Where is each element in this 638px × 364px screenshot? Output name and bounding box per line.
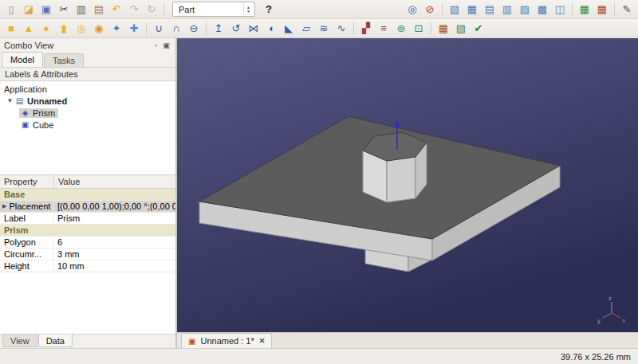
texture-view-button[interactable]: ▦ <box>576 2 593 18</box>
scene-wrap: z x y <box>177 38 638 332</box>
part-section-button[interactable]: ▞ <box>357 21 375 37</box>
zoom-fit-button[interactable]: ◎ <box>404 2 421 18</box>
float-panel-button[interactable]: ▫ <box>151 40 161 50</box>
view-bottom-button[interactable]: ▩ <box>534 2 551 18</box>
part-revolve-button[interactable]: ↺ <box>227 21 245 37</box>
refresh-button[interactable]: ↻ <box>143 2 160 18</box>
part-thickness-button[interactable]: ⊡ <box>410 21 427 37</box>
expand-arrow-icon[interactable]: ▼ <box>6 97 14 104</box>
draw-style-button[interactable]: ⊘ <box>421 2 439 18</box>
part-mirror-button[interactable]: ⋈ <box>245 21 262 37</box>
tree-item-cube[interactable]: ▣ Cube <box>0 119 175 131</box>
tree-document-unnamed[interactable]: ▼ ▤ Unnamed <box>0 95 175 107</box>
undo-button[interactable]: ↶ <box>108 2 125 18</box>
close-panel-button[interactable]: ▣ <box>161 40 171 50</box>
status-bar: 39.76 x 25.26 mm <box>0 348 638 364</box>
part-offset-button[interactable]: ⊚ <box>392 21 410 37</box>
property-name-cell[interactable]: ▶Placement <box>0 201 54 212</box>
part-primitives-button[interactable]: ✦ <box>108 21 125 37</box>
toolbar-standard: ▯◪▣✂▥▤↶↷↻ Part ▲▼ ? ◎⊘▧▦▤▥▨▩◫▦▦✎ <box>0 0 638 19</box>
whats-this-button[interactable]: ? <box>260 2 278 18</box>
expand-arrow-icon[interactable]: ▶ <box>2 203 6 209</box>
property-value-cell[interactable]: [(0,00 0,00 1,00);0,00 °;(0,00 0,00 ....… <box>54 201 175 212</box>
open-document-button[interactable]: ◪ <box>20 2 37 18</box>
property-value-cell[interactable]: 10 mm <box>54 260 175 272</box>
clipping-plane-button[interactable]: ▦ <box>593 2 611 18</box>
property-group-base[interactable]: Base <box>0 189 175 201</box>
view-front-button[interactable]: ▦ <box>463 2 481 18</box>
workbench-selector[interactable]: Part ▲▼ <box>172 2 255 17</box>
part-torus-button[interactable]: ◎ <box>73 21 90 37</box>
part-shape-builder-button[interactable]: ✚ <box>125 21 143 37</box>
part-random-color-button[interactable]: ▧ <box>452 21 470 37</box>
property-name-cell[interactable]: Polygon <box>0 237 54 248</box>
property-view-tabs: View Data <box>0 334 175 348</box>
part-boolean-common-button[interactable]: ∩ <box>167 21 185 37</box>
value-column-header[interactable]: Value <box>54 175 175 188</box>
property-column-header[interactable]: Property <box>0 175 54 188</box>
part-cylinder-button[interactable]: ▮ <box>55 21 73 37</box>
annotation-pen-button[interactable]: ✎ <box>618 2 636 18</box>
property-name-cell[interactable]: Label <box>0 213 54 224</box>
property-row-circumr[interactable]: Circumr...3 mm <box>0 249 175 260</box>
tab-view[interactable]: View <box>2 335 37 347</box>
cut-button[interactable]: ✂ <box>55 2 73 18</box>
labels-attributes-header[interactable]: Labels & Attributes <box>0 67 175 81</box>
prism-solid[interactable] <box>363 132 427 202</box>
prism-front-face[interactable] <box>387 157 415 202</box>
property-group-prism[interactable]: Prism <box>0 225 175 237</box>
new-document-button[interactable]: ▯ <box>2 2 20 18</box>
view-right-button[interactable]: ▥ <box>498 2 516 18</box>
view-left-button[interactable]: ◫ <box>551 2 569 18</box>
property-name-cell[interactable]: Circumr... <box>0 249 54 260</box>
part-sphere-button[interactable]: ● <box>37 21 55 37</box>
part-boolean-cut-button[interactable]: ⊖ <box>185 21 203 37</box>
part-sweep-button[interactable]: ∿ <box>333 21 350 37</box>
property-value-cell[interactable]: Prism <box>54 213 175 224</box>
tab-data[interactable]: Data <box>38 335 73 347</box>
tree-root-application[interactable]: Application <box>0 83 175 95</box>
property-name-cell[interactable]: Height <box>0 260 54 272</box>
property-value-cell[interactable]: 6 <box>54 237 175 248</box>
redo-button[interactable]: ↷ <box>125 2 143 18</box>
selection-highlight: ◈ Prism <box>19 108 58 118</box>
view-toolbar: ◎⊘▧▦▤▥▨▩◫▦▦✎ <box>404 2 636 18</box>
part-cross-sections-button[interactable]: ≡ <box>375 21 392 37</box>
part-check-geometry-button[interactable]: ✔ <box>470 21 487 37</box>
property-row-label[interactable]: LabelPrism <box>0 213 175 225</box>
part-extrude-button[interactable]: ↥ <box>210 21 227 37</box>
property-table-header: Property Value <box>0 175 175 189</box>
combo-spinner-icon[interactable]: ▲▼ <box>243 3 253 15</box>
part-tube-button[interactable]: ◉ <box>90 21 108 37</box>
property-value-cell[interactable]: 3 mm <box>54 249 175 260</box>
document-tab-unnamed[interactable]: ▣ Unnamed : 1* ✕ <box>181 333 272 348</box>
view-rear-button[interactable]: ▨ <box>516 2 534 18</box>
close-tab-icon[interactable]: ✕ <box>259 337 266 345</box>
view-top-button[interactable]: ▤ <box>481 2 498 18</box>
paste-button[interactable]: ▤ <box>90 2 108 18</box>
part-fillet-button[interactable]: ◖ <box>262 21 280 37</box>
part-appearance-button[interactable]: ▦ <box>435 21 452 37</box>
3d-scene[interactable]: z x y <box>177 38 638 332</box>
tab-tasks[interactable]: Tasks <box>44 53 84 67</box>
save-document-button[interactable]: ▣ <box>37 2 55 18</box>
combo-view-title: Combo View <box>4 41 53 50</box>
dimension-readout: 39.76 x 25.26 mm <box>561 352 631 362</box>
toolbar-separator <box>442 3 443 15</box>
part-loft-button[interactable]: ≋ <box>315 21 333 37</box>
tab-model[interactable]: Model <box>2 52 43 67</box>
property-row-placement[interactable]: ▶Placement[(0,00 0,00 1,00);0,00 °;(0,00… <box>0 201 175 213</box>
combo-view-header: Combo View ▫ ▣ <box>0 38 175 52</box>
copy-button[interactable]: ▥ <box>73 2 90 18</box>
freecad-doc-icon: ▣ <box>188 337 195 346</box>
part-box-button[interactable]: ■ <box>2 21 20 37</box>
view-isometric-button[interactable]: ▧ <box>446 2 463 18</box>
toolbar-separator <box>206 22 207 34</box>
part-chamfer-button[interactable]: ◣ <box>280 21 297 37</box>
part-cone-button[interactable]: ▲ <box>20 21 37 37</box>
tree-item-prism[interactable]: ◈ Prism <box>0 107 175 119</box>
part-boolean-union-button[interactable]: ∪ <box>150 21 167 37</box>
property-row-polygon[interactable]: Polygon6 <box>0 237 175 249</box>
property-row-height[interactable]: Height10 mm <box>0 260 175 272</box>
part-ruled-surface-button[interactable]: ▱ <box>297 21 315 37</box>
